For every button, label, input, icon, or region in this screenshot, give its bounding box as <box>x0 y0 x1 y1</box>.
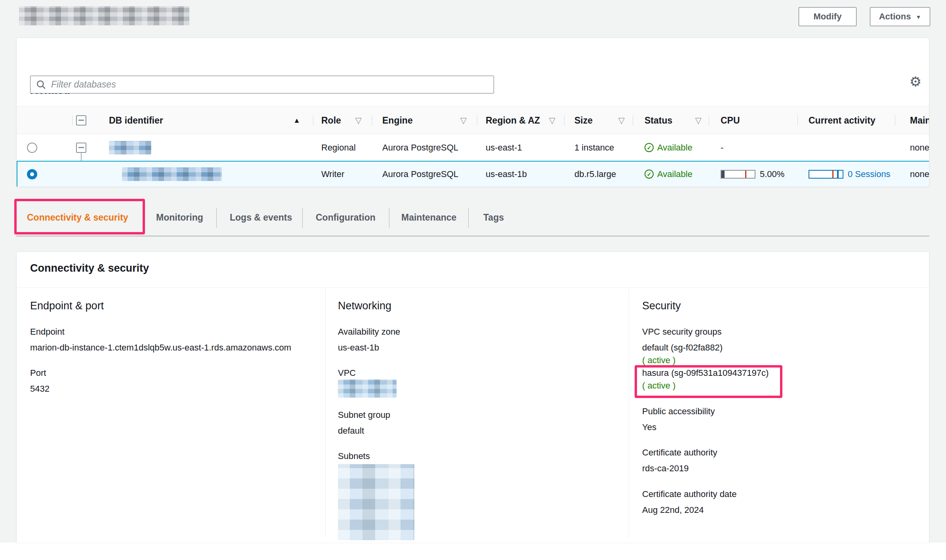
cpu-value: 5.00% <box>760 169 784 179</box>
public-accessibility-value: Yes <box>642 421 656 433</box>
db-identifier-cell <box>98 134 313 161</box>
row-radio-selected[interactable] <box>27 169 37 179</box>
expand-cell <box>72 161 98 187</box>
column-label: Role <box>321 115 341 126</box>
status-text: Available <box>657 169 692 179</box>
select-cell <box>17 134 72 161</box>
subnet-group-value: default <box>338 425 364 437</box>
filter-icon[interactable]: ▽ <box>695 116 702 125</box>
cpu-usage-bar <box>721 170 755 179</box>
column-status[interactable]: Status ▽ <box>633 107 709 134</box>
size-cell: 1 instance <box>564 134 633 161</box>
security-title: Security <box>642 300 681 312</box>
subnets-label: Subnets <box>338 450 370 462</box>
column-current-activity[interactable]: Current activity <box>797 107 895 134</box>
endpoint-value: marion-db-instance-1.ctem1dslqb5w.us-eas… <box>30 342 291 354</box>
panel-title: Connectivity & security <box>30 262 149 274</box>
column-engine[interactable]: Engine ▽ <box>372 107 477 134</box>
db-identifier-redacted-link[interactable] <box>109 141 151 154</box>
vpc-label: VPC <box>338 367 356 379</box>
tab-logs-events[interactable]: Logs & events <box>230 212 292 223</box>
cpu-cell: 5.00% <box>709 161 797 187</box>
security-group-default-link[interactable]: default (sg-f02fa882) <box>642 342 723 354</box>
column-db-identifier[interactable]: DB identifier ▲ <box>98 107 313 134</box>
maintenance-cell: none <box>895 161 929 187</box>
cpu-cell: - <box>709 134 797 161</box>
filter-databases-box <box>30 76 494 93</box>
column-divider <box>325 288 326 538</box>
column-maintenance[interactable]: Maintenance <box>895 107 929 134</box>
tab-divider <box>468 208 469 228</box>
certificate-authority-date-value: Aug 22nd, 2024 <box>642 504 704 516</box>
collapse-row-checkbox[interactable] <box>76 143 86 153</box>
availability-zone-value: us-east-1b <box>338 342 379 354</box>
connectivity-security-panel: Connectivity & security Endpoint & port … <box>16 251 929 543</box>
sessions-bar <box>809 170 843 179</box>
column-label: Region & AZ <box>486 115 540 126</box>
tab-monitoring[interactable]: Monitoring <box>156 212 203 223</box>
rds-console-page: Modify Actions ▼ Related ⚙ DB identifier… <box>0 0 946 560</box>
filter-icon[interactable]: ▽ <box>618 116 625 125</box>
panel-header: Connectivity & security <box>17 252 929 288</box>
certificate-authority-label: Certificate authority <box>642 447 717 459</box>
db-identifier-cell <box>98 161 313 187</box>
column-role[interactable]: Role ▽ <box>313 107 372 134</box>
table-header: DB identifier ▲ Role ▽ Engine ▽ Region &… <box>17 107 929 134</box>
engine-cell: Aurora PostgreSQL <box>372 161 477 187</box>
column-label: Engine <box>382 115 413 126</box>
collapse-all-checkbox[interactable] <box>76 115 86 126</box>
subnet-group-label: Subnet group <box>338 409 390 421</box>
status-available-icon: ✓ <box>645 143 654 152</box>
status-text: Available <box>657 143 692 153</box>
region-az-cell: us-east-1 <box>477 134 564 161</box>
maintenance-cell: none <box>895 134 929 161</box>
select-cell <box>17 161 72 187</box>
column-label: Current activity <box>809 115 875 126</box>
filter-icon[interactable]: ▽ <box>549 116 555 125</box>
tab-divider <box>216 208 217 228</box>
row-radio-unselected[interactable] <box>27 143 37 153</box>
column-label: CPU <box>721 115 740 126</box>
actions-button[interactable]: Actions ▼ <box>870 7 930 26</box>
table-row-writer-selected[interactable]: Writer Aurora PostgreSQL us-east-1b db.r… <box>17 161 929 187</box>
role-cell: Writer <box>313 161 372 187</box>
modify-button[interactable]: Modify <box>799 7 856 26</box>
tab-divider <box>302 208 303 228</box>
db-identifier-redacted-link[interactable] <box>122 168 222 181</box>
security-group-hasura-status: ( active ) <box>642 380 675 392</box>
column-size[interactable]: Size ▽ <box>564 107 633 134</box>
vpc-security-groups-label: VPC security groups <box>642 326 722 338</box>
security-group-default-status: ( active ) <box>642 354 675 366</box>
filter-icon[interactable]: ▽ <box>460 116 467 125</box>
column-divider <box>629 288 629 538</box>
subnets-redacted-links[interactable] <box>338 464 414 540</box>
tab-configuration[interactable]: Configuration <box>316 212 376 223</box>
public-accessibility-label: Public accessibility <box>642 406 715 417</box>
security-group-hasura-link[interactable]: hasura (sg-09f531a109437197c) <box>642 367 769 379</box>
table-row-cluster[interactable]: Regional Aurora PostgreSQL us-east-1 1 i… <box>17 134 929 161</box>
gear-icon[interactable]: ⚙ <box>907 73 924 90</box>
tab-tags[interactable]: Tags <box>483 212 504 223</box>
sessions-link[interactable]: 0 Sessions <box>848 169 891 179</box>
column-cpu[interactable]: CPU <box>709 107 797 134</box>
db-instance-title-redacted <box>19 6 189 25</box>
tab-divider <box>389 208 389 228</box>
status-cell: ✓Available <box>633 161 709 187</box>
filter-icon[interactable]: ▽ <box>355 116 362 125</box>
networking-title: Networking <box>338 300 391 312</box>
endpoint-label: Endpoint <box>30 326 65 338</box>
vpc-redacted-link[interactable] <box>338 379 397 398</box>
column-region-az[interactable]: Region & AZ ▽ <box>477 107 564 134</box>
certificate-authority-value: rds-ca-2019 <box>642 463 689 474</box>
tab-maintenance[interactable]: Maintenance <box>401 212 456 223</box>
current-activity-cell <box>797 134 895 161</box>
certificate-authority-date-label: Certificate authority date <box>642 488 736 500</box>
sort-ascending-icon[interactable]: ▲ <box>293 116 300 125</box>
expand-cell <box>72 134 98 161</box>
tab-connectivity-security[interactable]: Connectivity & security <box>27 212 128 223</box>
role-cell: Regional <box>313 134 372 161</box>
filter-databases-input[interactable] <box>51 79 488 90</box>
column-label: Maintenance <box>910 115 929 126</box>
endpoint-port-title: Endpoint & port <box>30 300 104 312</box>
chevron-down-icon: ▼ <box>915 14 921 20</box>
